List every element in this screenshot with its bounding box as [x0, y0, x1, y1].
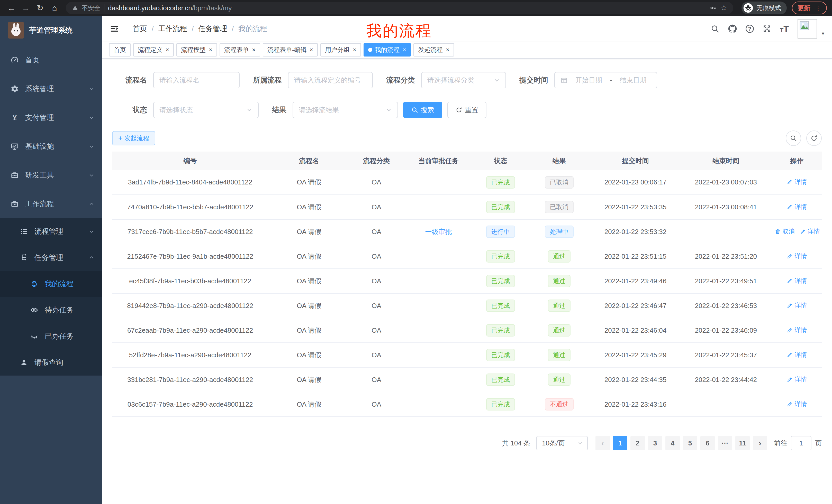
bookmark-star-icon[interactable]: ☆	[721, 4, 727, 11]
tab-process-form[interactable]: 流程表单×	[219, 43, 260, 57]
help-icon[interactable]: ?	[746, 25, 754, 33]
sidebar-item-todo-tasks[interactable]: 待办任务	[0, 297, 102, 323]
page-button[interactable]: 6	[700, 436, 715, 450]
browser-update-button[interactable]: 更新 ⋮	[792, 2, 827, 15]
detail-action-link[interactable]: 详情	[787, 277, 807, 285]
close-icon[interactable]: ×	[252, 47, 256, 53]
detail-action-link[interactable]: 详情	[787, 252, 807, 260]
page-size-select[interactable]: 10条/页	[536, 436, 588, 450]
detail-action-link[interactable]: 详情	[787, 351, 807, 359]
update-label[interactable]: 更新	[798, 4, 810, 12]
result-badge: 处理中	[545, 226, 574, 238]
prev-page-button[interactable]: ‹	[595, 436, 610, 450]
sidebar-menu: 首页系统管理¥支付管理基础设施研发工具工作流程流程管理任务管理我的流程待办任务已…	[0, 46, 102, 375]
browser-forward-icon[interactable]: →	[20, 2, 32, 14]
process-name-input[interactable]	[153, 72, 240, 88]
security-label[interactable]: 不安全	[82, 4, 100, 12]
sidebar-item-home[interactable]: 首页	[0, 46, 102, 75]
detail-action-link[interactable]: 详情	[800, 227, 820, 235]
sidebar-item-my-process[interactable]: 我的流程	[0, 271, 102, 297]
cell-end-time: 2022-01-22 23:44:42	[680, 367, 772, 392]
password-key-icon[interactable]	[709, 4, 717, 12]
toggle-search-button[interactable]	[786, 131, 801, 146]
sidebar-item-task-mgmt[interactable]: 任务管理	[0, 245, 102, 271]
tab-start-process[interactable]: 发起流程×	[413, 43, 454, 57]
sidebar-item-payment-mgmt[interactable]: ¥支付管理	[0, 103, 102, 132]
pager-ellipsis[interactable]: ···	[718, 436, 732, 450]
refresh-table-button[interactable]	[806, 131, 822, 146]
breadcrumb-task-mgmt[interactable]: 任务管理	[199, 24, 227, 34]
page-button[interactable]: 4	[666, 436, 680, 450]
submit-time-range-picker[interactable]: 开始日期 - 结束日期	[554, 72, 657, 88]
status-select[interactable]: 请选择状态	[153, 102, 259, 118]
avatar[interactable]	[798, 19, 817, 38]
cell-status: 已完成	[474, 195, 527, 219]
cell-end-time: 2022-01-22 23:46:09	[680, 318, 772, 343]
browser-reload-icon[interactable]: ↻	[34, 2, 46, 14]
url-text[interactable]: dashboard.yudao.iocoder.cn/bpm/task/my	[108, 4, 232, 12]
page-button[interactable]: 1	[613, 436, 627, 450]
github-icon[interactable]	[728, 24, 737, 33]
header-search-icon[interactable]	[711, 24, 719, 33]
sidebar-item-label: 系统管理	[25, 84, 82, 94]
address-bar[interactable]: 不安全 dashboard.yudao.iocoder.cn/bpm/task/…	[66, 2, 733, 14]
action-label: 详情	[795, 400, 807, 408]
sidebar-toggle-icon[interactable]	[109, 24, 119, 34]
browser-back-icon[interactable]: ←	[5, 2, 18, 14]
close-icon[interactable]: ×	[353, 47, 356, 53]
tab-home[interactable]: 首页	[109, 43, 131, 57]
table-body: 3ad174fb-7b9d-11ec-8404-acde48001122OA 请…	[112, 170, 822, 417]
tab-process-model[interactable]: 流程模型×	[176, 43, 217, 57]
close-icon[interactable]: ×	[310, 47, 313, 53]
breadcrumb-workflow[interactable]: 工作流程	[158, 24, 187, 34]
cancel-action-link[interactable]: 取消	[775, 227, 795, 235]
start-date-placeholder[interactable]: 开始日期	[571, 76, 607, 85]
close-icon[interactable]: ×	[402, 47, 406, 53]
app-logo-row[interactable]: 芋道管理系统	[0, 16, 102, 45]
parent-process-input[interactable]	[288, 72, 373, 88]
cell-id: ec45f38f-7b9a-11ec-b03b-acde48001122	[112, 269, 268, 293]
breadcrumb-home[interactable]: 首页	[133, 24, 147, 34]
fullscreen-icon[interactable]	[762, 24, 771, 33]
detail-action-link[interactable]: 详情	[787, 375, 807, 384]
sidebar-item-process-mgmt[interactable]: 流程管理	[0, 218, 102, 245]
browser-menu-icon[interactable]: ⋮	[815, 5, 821, 11]
current-task-link[interactable]: 一级审批	[425, 228, 452, 235]
reset-button[interactable]: 重置	[447, 102, 487, 118]
detail-action-link[interactable]: 详情	[787, 203, 807, 211]
category-select[interactable]: 请选择流程分类	[421, 72, 506, 88]
page-button[interactable]: 5	[683, 436, 697, 450]
tab-process-definition[interactable]: 流程定义×	[133, 43, 174, 57]
detail-action-link[interactable]: 详情	[787, 301, 807, 310]
tab-my-process[interactable]: 我的流程×	[364, 43, 411, 57]
detail-action-link[interactable]: 详情	[787, 178, 807, 186]
detail-action-link[interactable]: 详情	[787, 400, 807, 408]
page-button[interactable]: 3	[648, 436, 662, 450]
tab-user-group[interactable]: 用户分组×	[320, 43, 361, 57]
result-select[interactable]: 请选择流结果	[293, 102, 398, 118]
browser-home-icon[interactable]: ⌂	[48, 2, 61, 14]
close-icon[interactable]: ×	[446, 47, 449, 53]
start-process-button[interactable]: + 发起流程	[112, 131, 155, 145]
sidebar-item-done-tasks[interactable]: 已办任务	[0, 323, 102, 349]
sidebar-item-infrastructure[interactable]: 基础设施	[0, 132, 102, 161]
sidebar-item-leave-query[interactable]: 请假查询	[0, 349, 102, 375]
close-icon[interactable]: ×	[209, 47, 212, 53]
close-icon[interactable]: ×	[165, 47, 169, 53]
search-button[interactable]: 搜索	[403, 102, 442, 118]
detail-action-link[interactable]: 详情	[787, 326, 807, 334]
result-badge: 通过	[548, 275, 571, 287]
sidebar-item-dev-tools[interactable]: 研发工具	[0, 161, 102, 190]
end-date-placeholder[interactable]: 结束日期	[615, 76, 651, 85]
page-button[interactable]: 2	[630, 436, 645, 450]
goto-page-input[interactable]	[791, 436, 811, 450]
sidebar-item-system-mgmt[interactable]: 系统管理	[0, 75, 102, 103]
next-page-button[interactable]: ›	[753, 436, 767, 450]
tab-process-form-edit[interactable]: 流程表单-编辑×	[263, 43, 318, 57]
sidebar-item-workflow[interactable]: 工作流程	[0, 190, 102, 218]
avatar-caret-icon[interactable]: ▾	[822, 30, 824, 36]
page-button[interactable]: 11	[735, 436, 750, 450]
font-size-icon[interactable]: TT	[780, 24, 789, 33]
column-header: 流程分类	[350, 151, 403, 170]
cell-id: 67c2eaab-7b9a-11ec-a290-acde48001122	[112, 318, 268, 343]
